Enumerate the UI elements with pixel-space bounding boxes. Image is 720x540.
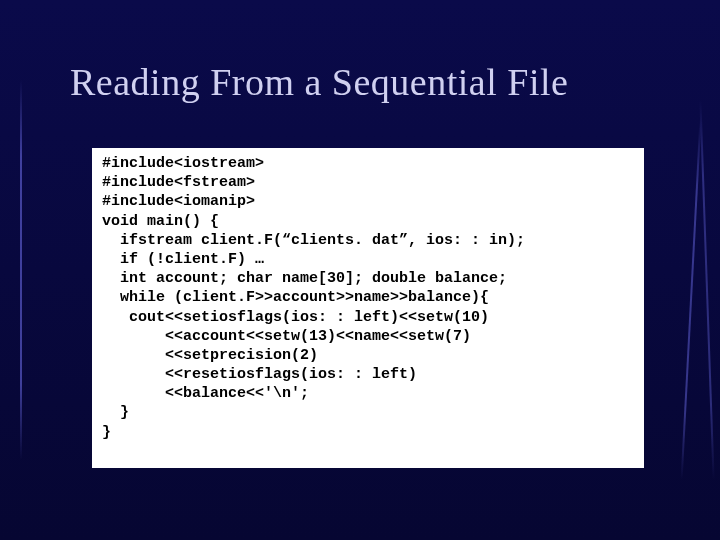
code-block: #include<iostream> #include<fstream> #in… xyxy=(92,148,644,468)
decorative-accent-left xyxy=(0,0,40,540)
slide-title: Reading From a Sequential File xyxy=(70,60,660,104)
decorative-accent-right xyxy=(660,0,720,540)
